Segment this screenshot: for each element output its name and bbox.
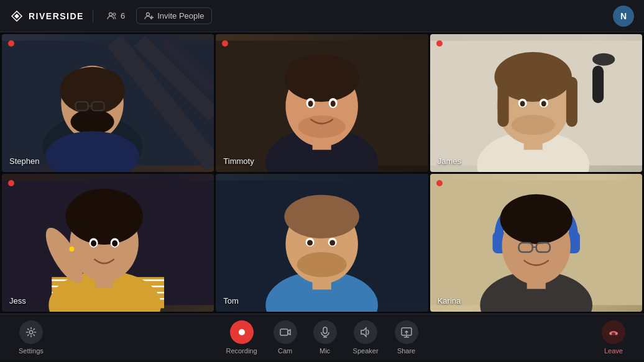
- participant-name-james: James: [438, 156, 461, 166]
- svg-point-0: [109, 12, 112, 16]
- settings-icon-wrap: [19, 320, 43, 344]
- phone-leave-icon: [608, 327, 619, 338]
- person-image-timmoty: [216, 34, 428, 172]
- svg-point-25: [298, 115, 346, 138]
- microphone-icon: [320, 327, 331, 338]
- user-initial: N: [620, 11, 627, 21]
- person-image-jess: [2, 174, 214, 312]
- cam-label: Cam: [278, 347, 292, 355]
- cam-button[interactable]: Cam: [267, 317, 303, 358]
- riverside-logo-icon: [10, 9, 24, 23]
- svg-point-56: [69, 247, 74, 251]
- recording-icon-wrap: [230, 320, 254, 344]
- leave-label: Leave: [604, 347, 623, 355]
- user-avatar[interactable]: N: [613, 6, 634, 27]
- svg-rect-31: [592, 66, 604, 103]
- video-tile-karina: Karina: [430, 174, 642, 312]
- video-tile-stephen: Stephen: [2, 34, 214, 172]
- svg-point-93: [610, 332, 612, 335]
- invite-label: Invite People: [157, 11, 204, 20]
- video-tile-tom: Tom: [216, 174, 428, 312]
- svg-rect-37: [497, 77, 508, 127]
- header-divider: [93, 10, 93, 22]
- svg-point-71: [330, 240, 336, 245]
- mic-label: Mic: [320, 347, 330, 355]
- video-tile-jess: Jess: [2, 174, 214, 312]
- speaker-label: Speaker: [353, 347, 379, 355]
- toolbar: Settings Recording Cam: [0, 314, 644, 360]
- participants-button[interactable]: 6: [102, 9, 130, 24]
- video-grid: Stephen Timmoty: [0, 32, 644, 314]
- svg-point-67: [297, 252, 347, 277]
- svg-point-32: [592, 53, 615, 66]
- leave-button[interactable]: Leave: [596, 317, 632, 358]
- svg-point-1: [113, 13, 116, 16]
- svg-point-43: [541, 101, 546, 106]
- logo-text: RIVERSIDE: [29, 11, 84, 21]
- people-icon: [107, 11, 117, 21]
- settings-label: Settings: [19, 347, 44, 355]
- svg-point-83: [29, 330, 33, 334]
- svg-marker-89: [361, 328, 366, 337]
- rec-dot-james: [436, 40, 443, 47]
- svg-point-60: [112, 240, 117, 247]
- rec-dot-karina: [436, 180, 443, 186]
- participant-name-timmoty: Timmoty: [223, 156, 254, 166]
- person-image-tom: [216, 174, 428, 312]
- person-image-karina: [430, 174, 642, 312]
- svg-rect-85: [280, 329, 288, 335]
- logo-area: RIVERSIDE: [10, 9, 84, 23]
- share-button[interactable]: Share: [389, 317, 425, 358]
- svg-point-2: [147, 13, 150, 16]
- speaker-icon: [360, 327, 371, 338]
- settings-button[interactable]: Settings: [12, 317, 50, 358]
- camera-icon: [280, 327, 291, 338]
- svg-point-84: [239, 329, 245, 335]
- video-tile-timmoty: Timmoty: [216, 34, 428, 172]
- svg-point-59: [91, 240, 96, 247]
- record-icon: [237, 327, 247, 337]
- participants-count: 6: [121, 11, 125, 20]
- mic-button[interactable]: Mic: [307, 317, 343, 358]
- svg-point-14: [70, 109, 114, 134]
- svg-rect-38: [566, 77, 577, 127]
- recording-button[interactable]: Recording: [219, 317, 263, 358]
- person-image-james: [430, 34, 642, 172]
- svg-point-42: [520, 101, 525, 106]
- share-label: Share: [397, 347, 415, 355]
- person-image-stephen: [2, 34, 214, 172]
- rec-dot-jess: [8, 180, 14, 186]
- svg-point-28: [308, 101, 313, 107]
- svg-point-70: [307, 240, 313, 245]
- share-screen-icon: [401, 327, 412, 338]
- svg-point-24: [287, 55, 357, 89]
- mic-icon-wrap: [313, 320, 337, 344]
- svg-point-55: [68, 193, 140, 230]
- gear-icon: [25, 327, 37, 338]
- svg-point-39: [511, 115, 554, 135]
- participant-name-jess: Jess: [9, 296, 26, 305]
- invite-icon: [144, 11, 154, 20]
- rec-dot-stephen: [8, 40, 14, 47]
- header: RIVERSIDE 6 Invite People N: [0, 0, 644, 32]
- participant-name-stephen: Stephen: [9, 156, 39, 166]
- speaker-icon-wrap: [354, 320, 377, 344]
- video-tile-james: James: [430, 34, 642, 172]
- recording-label: Recording: [226, 347, 257, 355]
- invite-button[interactable]: Invite People: [136, 7, 212, 24]
- toolbar-left: Settings: [12, 317, 50, 358]
- speaker-button[interactable]: Speaker: [347, 317, 385, 358]
- participant-name-tom: Tom: [223, 296, 239, 305]
- share-icon-wrap: [395, 320, 418, 344]
- participant-name-karina: Karina: [438, 296, 461, 305]
- toolbar-center: Recording Cam Mic: [219, 317, 424, 358]
- cam-icon-wrap: [274, 320, 297, 344]
- leave-icon-wrap: [602, 320, 625, 344]
- svg-point-29: [331, 101, 336, 107]
- toolbar-right: Leave: [596, 317, 632, 358]
- svg-point-13: [62, 68, 122, 99]
- svg-point-66: [287, 198, 357, 225]
- svg-point-79: [502, 198, 569, 228]
- svg-point-94: [615, 332, 618, 335]
- svg-rect-86: [323, 327, 327, 333]
